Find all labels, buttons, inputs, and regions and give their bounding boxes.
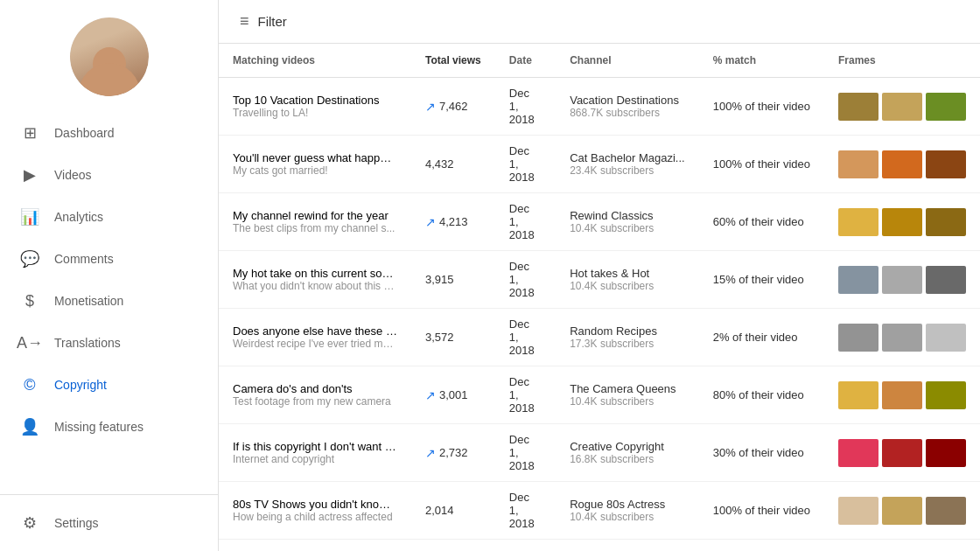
missing-features-icon: 👤 xyxy=(19,416,40,437)
match-cell: 2% of their video xyxy=(699,309,824,366)
filter-icon: ≡ xyxy=(240,12,249,31)
monetisation-icon: $ xyxy=(19,290,40,311)
video-title: Camera do's and don'ts xyxy=(233,382,397,395)
frame-thumb-1 xyxy=(882,324,922,352)
video-title-cell: My channel rewind for the year The best … xyxy=(219,193,411,251)
frame-thumb-2 xyxy=(926,381,966,409)
views-cell: 3,915 xyxy=(411,251,495,309)
video-title-cell: My hot take on this current socia... Wha… xyxy=(219,251,411,309)
video-title: Does anyone else have these wei... xyxy=(233,324,397,338)
sidebar-item-videos[interactable]: ▶ Videos xyxy=(0,154,218,196)
views-value: 7,462 xyxy=(439,100,468,113)
channel-name: Creative Copyright xyxy=(570,440,685,453)
sidebar: ⊞ Dashboard ▶ Videos 📊 Analytics 💬 Comme… xyxy=(0,0,219,551)
date-cell: Dec 1, 2018 xyxy=(495,251,556,309)
date-cell: Dec 1, 2018 xyxy=(495,136,556,193)
sidebar-item-comments[interactable]: 💬 Comments xyxy=(0,238,218,280)
sidebar-item-dashboard[interactable]: ⊞ Dashboard xyxy=(0,112,218,154)
sidebar-item-settings[interactable]: ⚙ Settings xyxy=(0,502,218,544)
channel-cell: Creative Copyright 16.8K subscribers xyxy=(556,424,699,482)
match-percent: 30% of their video xyxy=(713,446,804,459)
channel-name: Random Recipes xyxy=(570,324,685,338)
channel-cell: Rewind Classics 10.4K subscribers xyxy=(556,193,699,251)
frame-thumb-2 xyxy=(926,266,966,294)
frame-thumb-0 xyxy=(838,497,878,525)
table-row: My channel rewind for the year The best … xyxy=(219,193,980,251)
table-container: Matching videosTotal viewsDateChannel% m… xyxy=(219,44,980,551)
frame-thumb-0 xyxy=(838,150,878,178)
channel-cell: The Camera Queens 10.4K subscribers xyxy=(556,366,699,424)
channel-cell: Rogue 80s Actress 10.4K subscribers xyxy=(556,482,699,540)
match-percent: 100% of their video xyxy=(713,100,810,113)
channel-name: Vacation Destinations xyxy=(570,94,685,107)
channel-cell: Vacation Destinations 868.7K subscribers xyxy=(556,78,699,136)
frame-thumb-2 xyxy=(926,497,966,525)
channel-subs: 17.3K subscribers xyxy=(570,338,685,350)
frame-thumb-1 xyxy=(882,208,922,236)
copyright-icon: © xyxy=(19,374,40,395)
date-cell: Dec 1, 2018 xyxy=(495,482,556,540)
views-value: 4,213 xyxy=(439,215,468,228)
video-title: You'll never guess what happens xyxy=(233,151,397,164)
match-percent: 100% of their video xyxy=(713,157,810,171)
sidebar-label-analytics: Analytics xyxy=(54,210,103,224)
channel-subs: 10.4K subscribers xyxy=(570,222,685,234)
video-title: My hot take on this current socia... xyxy=(233,267,397,280)
sidebar-item-monetisation[interactable]: $ Monetisation xyxy=(0,280,218,322)
sidebar-label-settings: Settings xyxy=(54,516,99,530)
frames-cell xyxy=(824,424,980,482)
sidebar-item-analytics[interactable]: 📊 Analytics xyxy=(0,196,218,238)
table-row: If is this copyright I don't want to ...… xyxy=(219,424,980,482)
table-row: My hot take on this current socia... Wha… xyxy=(219,251,980,309)
table-row: Does anyone else have these wei... Weird… xyxy=(219,309,980,366)
match-cell: 15% of their video xyxy=(699,251,824,309)
date-cell: Dec 1, 2018 xyxy=(495,78,556,136)
frames-cell xyxy=(824,78,980,136)
channel-subs: 10.4K subscribers xyxy=(570,280,685,292)
frame-thumb-2 xyxy=(926,439,966,467)
table-row: Camera do's and don'ts Test footage from… xyxy=(219,366,980,424)
col-header-frames: Frames xyxy=(824,44,980,78)
video-title: My channel rewind for the year xyxy=(233,209,397,222)
table-row: Top 10 Vacation Destinations Travelling … xyxy=(219,78,980,136)
sidebar-item-copyright[interactable]: © Copyright xyxy=(0,364,218,406)
trend-up-icon: ↗ xyxy=(425,446,436,460)
date-cell: Dec 1, 2018 xyxy=(495,309,556,366)
frame-thumb-0 xyxy=(838,208,878,236)
video-subtitle: My cats got married! xyxy=(233,164,397,177)
trend-up-icon: ↗ xyxy=(425,215,436,229)
table-header-row: Matching videosTotal viewsDateChannel% m… xyxy=(219,44,980,78)
video-title: If is this copyright I don't want to ... xyxy=(233,440,397,453)
settings-icon: ⚙ xyxy=(19,513,40,534)
views-cell: ↗ 4,213 xyxy=(411,193,495,251)
frame-thumb-0 xyxy=(838,439,878,467)
sidebar-item-missing-features[interactable]: 👤 Missing features xyxy=(0,406,218,448)
frames-cell xyxy=(824,482,980,540)
video-subtitle: Internet and copyright xyxy=(233,453,397,465)
channel-subs: 868.7K subscribers xyxy=(570,107,685,119)
channel-cell: Random Recipes 17.3K subscribers xyxy=(556,309,699,366)
video-subtitle: How being a child actress affected xyxy=(233,511,397,523)
match-percent: 100% of their video xyxy=(713,504,810,517)
video-subtitle: The best clips from my channel s... xyxy=(233,222,397,234)
dashboard-icon: ⊞ xyxy=(19,122,40,143)
frame-thumb-2 xyxy=(926,93,966,121)
date-cell: Dec 1, 2018 xyxy=(495,366,556,424)
frame-thumb-0 xyxy=(838,324,878,352)
views-cell: 3,572 xyxy=(411,309,495,366)
views-value: 2,014 xyxy=(425,504,454,517)
comments-icon: 💬 xyxy=(19,248,40,269)
frame-thumb-1 xyxy=(882,93,922,121)
frame-thumb-0 xyxy=(838,93,878,121)
channel-subs: 16.8K subscribers xyxy=(570,453,685,465)
sidebar-label-copyright: Copyright xyxy=(54,378,107,392)
views-cell: ↗ 2,732 xyxy=(411,424,495,482)
channel-name: The Camera Queens xyxy=(570,382,685,395)
video-title-cell: 80s TV Shows you didn't know w... How be… xyxy=(219,482,411,540)
channel-subs: 23.4K subscribers xyxy=(570,164,685,177)
views-value: 3,915 xyxy=(425,273,454,286)
sidebar-item-translations[interactable]: A→ Translations xyxy=(0,322,218,364)
frames-cell xyxy=(824,366,980,424)
views-cell: ↗ 7,462 xyxy=(411,78,495,136)
views-value: 4,432 xyxy=(425,157,454,171)
